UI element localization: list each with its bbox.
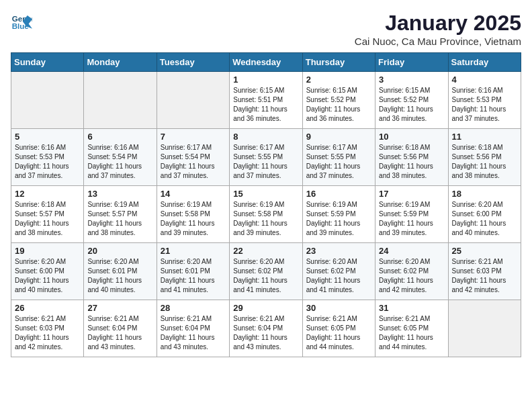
calendar-cell: 27Sunrise: 6:21 AM Sunset: 6:04 PM Dayli… — [84, 300, 157, 357]
logo-icon: General Blue — [11, 11, 32, 32]
day-info: Sunrise: 6:20 AM Sunset: 6:00 PM Dayligh… — [15, 257, 80, 295]
day-info: Sunrise: 6:16 AM Sunset: 5:54 PM Dayligh… — [87, 143, 152, 181]
day-number: 3 — [379, 75, 444, 85]
day-number: 14 — [161, 189, 226, 199]
day-info: Sunrise: 6:21 AM Sunset: 6:03 PM Dayligh… — [15, 314, 80, 352]
day-info: Sunrise: 6:15 AM Sunset: 5:51 PM Dayligh… — [233, 86, 298, 124]
day-number: 18 — [452, 189, 517, 199]
calendar-cell: 26Sunrise: 6:21 AM Sunset: 6:03 PM Dayli… — [11, 300, 84, 357]
calendar-cell: 20Sunrise: 6:20 AM Sunset: 6:01 PM Dayli… — [84, 243, 157, 300]
day-number: 19 — [15, 246, 80, 256]
day-info: Sunrise: 6:21 AM Sunset: 6:03 PM Dayligh… — [452, 257, 517, 295]
day-number: 2 — [306, 75, 371, 85]
day-number: 8 — [233, 132, 298, 142]
calendar-cell: 6Sunrise: 6:16 AM Sunset: 5:54 PM Daylig… — [84, 129, 157, 186]
calendar-cell: 14Sunrise: 6:19 AM Sunset: 5:58 PM Dayli… — [157, 186, 229, 243]
calendar-cell: 17Sunrise: 6:19 AM Sunset: 5:59 PM Dayli… — [375, 186, 448, 243]
calendar-cell: 3Sunrise: 6:15 AM Sunset: 5:52 PM Daylig… — [375, 72, 448, 129]
calendar-cell: 29Sunrise: 6:21 AM Sunset: 6:04 PM Dayli… — [230, 300, 302, 357]
day-info: Sunrise: 6:17 AM Sunset: 5:55 PM Dayligh… — [233, 143, 298, 181]
calendar-subtitle: Cai Nuoc, Ca Mau Province, Vietnam — [355, 36, 521, 47]
calendar-cell: 28Sunrise: 6:21 AM Sunset: 6:04 PM Dayli… — [157, 300, 229, 357]
day-info: Sunrise: 6:20 AM Sunset: 6:01 PM Dayligh… — [87, 257, 152, 295]
calendar-cell: 1Sunrise: 6:15 AM Sunset: 5:51 PM Daylig… — [230, 72, 302, 129]
day-info: Sunrise: 6:20 AM Sunset: 6:00 PM Dayligh… — [452, 200, 517, 238]
day-number: 5 — [15, 132, 80, 142]
weekday-header-monday: Monday — [84, 53, 157, 72]
calendar-cell: 9Sunrise: 6:17 AM Sunset: 5:55 PM Daylig… — [302, 129, 375, 186]
day-info: Sunrise: 6:18 AM Sunset: 5:56 PM Dayligh… — [379, 143, 444, 181]
calendar-week-row: 26Sunrise: 6:21 AM Sunset: 6:03 PM Dayli… — [11, 300, 521, 357]
weekday-header-friday: Friday — [375, 53, 448, 72]
day-info: Sunrise: 6:21 AM Sunset: 6:05 PM Dayligh… — [379, 314, 444, 352]
calendar-cell: 15Sunrise: 6:19 AM Sunset: 5:58 PM Dayli… — [230, 186, 302, 243]
day-number: 1 — [233, 75, 298, 85]
day-info: Sunrise: 6:19 AM Sunset: 5:59 PM Dayligh… — [379, 200, 444, 238]
day-number: 25 — [452, 246, 517, 256]
day-info: Sunrise: 6:21 AM Sunset: 6:04 PM Dayligh… — [161, 314, 226, 352]
day-number: 11 — [452, 132, 517, 142]
page-header: General Blue January 2025 Cai Nuoc, Ca M… — [11, 11, 521, 47]
day-number: 26 — [15, 303, 80, 313]
calendar-cell: 13Sunrise: 6:19 AM Sunset: 5:57 PM Dayli… — [84, 186, 157, 243]
day-number: 10 — [379, 132, 444, 142]
day-number: 4 — [452, 75, 517, 85]
day-number: 16 — [306, 189, 371, 199]
day-info: Sunrise: 6:19 AM Sunset: 5:59 PM Dayligh… — [306, 200, 371, 238]
calendar-cell — [157, 72, 229, 129]
weekday-header-wednesday: Wednesday — [230, 53, 302, 72]
day-number: 21 — [161, 246, 226, 256]
day-number: 12 — [15, 189, 80, 199]
day-info: Sunrise: 6:17 AM Sunset: 5:54 PM Dayligh… — [161, 143, 226, 181]
weekday-header-tuesday: Tuesday — [157, 53, 229, 72]
calendar-cell: 31Sunrise: 6:21 AM Sunset: 6:05 PM Dayli… — [375, 300, 448, 357]
day-info: Sunrise: 6:21 AM Sunset: 6:04 PM Dayligh… — [233, 314, 298, 352]
day-number: 6 — [87, 132, 152, 142]
day-number: 15 — [233, 189, 298, 199]
day-number: 29 — [233, 303, 298, 313]
day-number: 24 — [379, 246, 444, 256]
weekday-header-sunday: Sunday — [11, 53, 84, 72]
calendar-cell: 19Sunrise: 6:20 AM Sunset: 6:00 PM Dayli… — [11, 243, 84, 300]
day-info: Sunrise: 6:15 AM Sunset: 5:52 PM Dayligh… — [306, 86, 371, 124]
day-info: Sunrise: 6:20 AM Sunset: 6:02 PM Dayligh… — [233, 257, 298, 295]
day-info: Sunrise: 6:21 AM Sunset: 6:04 PM Dayligh… — [87, 314, 152, 352]
day-info: Sunrise: 6:18 AM Sunset: 5:56 PM Dayligh… — [452, 143, 517, 181]
calendar-cell: 25Sunrise: 6:21 AM Sunset: 6:03 PM Dayli… — [448, 243, 521, 300]
calendar-cell: 21Sunrise: 6:20 AM Sunset: 6:01 PM Dayli… — [157, 243, 229, 300]
day-info: Sunrise: 6:19 AM Sunset: 5:57 PM Dayligh… — [87, 200, 152, 238]
calendar-cell: 24Sunrise: 6:20 AM Sunset: 6:02 PM Dayli… — [375, 243, 448, 300]
calendar-cell: 2Sunrise: 6:15 AM Sunset: 5:52 PM Daylig… — [302, 72, 375, 129]
day-number: 20 — [87, 246, 152, 256]
day-info: Sunrise: 6:19 AM Sunset: 5:58 PM Dayligh… — [161, 200, 226, 238]
logo: General Blue — [11, 11, 32, 32]
day-info: Sunrise: 6:18 AM Sunset: 5:57 PM Dayligh… — [15, 200, 80, 238]
day-number: 9 — [306, 132, 371, 142]
day-number: 27 — [87, 303, 152, 313]
calendar-cell: 10Sunrise: 6:18 AM Sunset: 5:56 PM Dayli… — [375, 129, 448, 186]
calendar-cell: 12Sunrise: 6:18 AM Sunset: 5:57 PM Dayli… — [11, 186, 84, 243]
day-info: Sunrise: 6:21 AM Sunset: 6:05 PM Dayligh… — [306, 314, 371, 352]
day-number: 23 — [306, 246, 371, 256]
calendar-cell: 11Sunrise: 6:18 AM Sunset: 5:56 PM Dayli… — [448, 129, 521, 186]
day-number: 7 — [161, 132, 226, 142]
day-number: 17 — [379, 189, 444, 199]
calendar-table: SundayMondayTuesdayWednesdayThursdayFrid… — [11, 52, 521, 357]
calendar-cell: 5Sunrise: 6:16 AM Sunset: 5:53 PM Daylig… — [11, 129, 84, 186]
day-info: Sunrise: 6:19 AM Sunset: 5:58 PM Dayligh… — [233, 200, 298, 238]
day-info: Sunrise: 6:20 AM Sunset: 6:02 PM Dayligh… — [379, 257, 444, 295]
calendar-cell — [448, 300, 521, 357]
calendar-week-row: 1Sunrise: 6:15 AM Sunset: 5:51 PM Daylig… — [11, 72, 521, 129]
calendar-week-row: 5Sunrise: 6:16 AM Sunset: 5:53 PM Daylig… — [11, 129, 521, 186]
day-number: 30 — [306, 303, 371, 313]
calendar-cell — [84, 72, 157, 129]
calendar-cell: 22Sunrise: 6:20 AM Sunset: 6:02 PM Dayli… — [230, 243, 302, 300]
calendar-cell — [11, 72, 84, 129]
day-info: Sunrise: 6:16 AM Sunset: 5:53 PM Dayligh… — [15, 143, 80, 181]
calendar-cell: 18Sunrise: 6:20 AM Sunset: 6:00 PM Dayli… — [448, 186, 521, 243]
calendar-cell: 23Sunrise: 6:20 AM Sunset: 6:02 PM Dayli… — [302, 243, 375, 300]
title-block: January 2025 Cai Nuoc, Ca Mau Province, … — [355, 11, 521, 47]
calendar-week-row: 12Sunrise: 6:18 AM Sunset: 5:57 PM Dayli… — [11, 186, 521, 243]
day-info: Sunrise: 6:16 AM Sunset: 5:53 PM Dayligh… — [452, 86, 517, 124]
day-number: 22 — [233, 246, 298, 256]
